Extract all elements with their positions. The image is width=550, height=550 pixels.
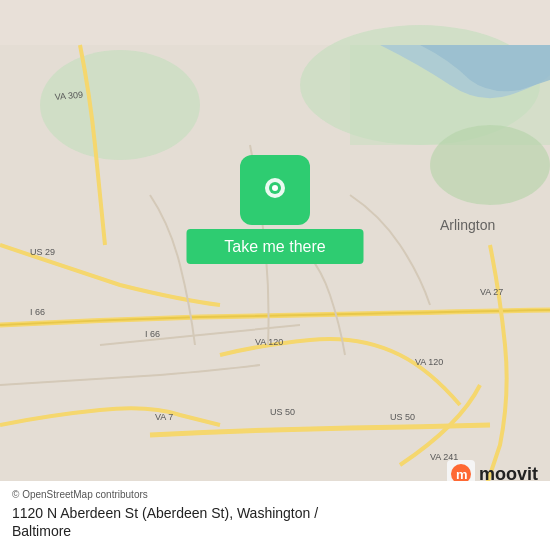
take-me-there-button[interactable]: Take me there	[187, 229, 364, 264]
address-text: 1120 N Aberdeen St (Aberdeen St), Washin…	[12, 504, 538, 540]
copyright-label: © OpenStreetMap contributors	[12, 489, 148, 500]
svg-text:I 66: I 66	[30, 307, 45, 317]
svg-text:VA 7: VA 7	[155, 412, 173, 422]
address-line2: Baltimore	[12, 523, 71, 539]
svg-point-19	[272, 185, 278, 191]
map-container: Arlington VA 309 US 29 I 66 I 66 VA 120 …	[0, 0, 550, 550]
svg-text:VA 27: VA 27	[480, 287, 503, 297]
svg-text:VA 120: VA 120	[255, 337, 283, 347]
svg-text:Arlington: Arlington	[440, 217, 495, 233]
svg-text:VA 120: VA 120	[415, 357, 443, 367]
svg-text:US 50: US 50	[270, 407, 295, 417]
copyright-text: © OpenStreetMap contributors	[12, 489, 538, 500]
svg-text:I 66: I 66	[145, 329, 160, 339]
pin-icon	[257, 172, 293, 208]
address-line1: 1120 N Aberdeen St (Aberdeen St), Washin…	[12, 505, 318, 521]
svg-text:US 50: US 50	[390, 412, 415, 422]
bottom-bar: © OpenStreetMap contributors 1120 N Aber…	[0, 481, 550, 550]
svg-point-1	[40, 50, 200, 160]
svg-point-4	[430, 125, 550, 205]
svg-text:US 29: US 29	[30, 247, 55, 257]
location-pin	[240, 155, 310, 225]
button-label: Take me there	[224, 238, 325, 256]
